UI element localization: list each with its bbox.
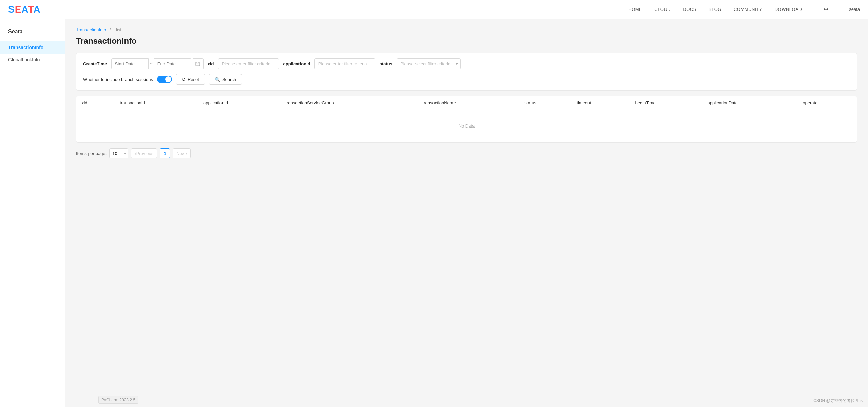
col-begintime: beginTime <box>630 96 702 110</box>
col-transactionname: transactionName <box>417 96 519 110</box>
items-per-page-select-wrap: 10 20 50 100 ▾ <box>109 148 128 158</box>
layout: Seata TransactionInfo GlobalLockInfo Tra… <box>0 19 868 407</box>
col-operate: operate <box>797 96 857 110</box>
page-1-button[interactable]: 1 <box>160 148 170 158</box>
sidebar: Seata TransactionInfo GlobalLockInfo <box>0 19 65 407</box>
applicationid-input[interactable] <box>314 58 375 69</box>
branch-sessions-label: Whether to include branch sessions <box>83 77 153 82</box>
pagination: Items per page: 10 20 50 100 ▾ ‹ Previou… <box>76 148 857 158</box>
calendar-icon[interactable] <box>193 58 204 69</box>
nav-links: HOME CLOUD DOCS BLOG COMMUNITY DOWNLOAD … <box>628 5 860 14</box>
date-range-group: ~ <box>111 58 204 69</box>
status-select-wrap: Please select filter criteria ▾ <box>397 58 461 69</box>
breadcrumb-current: list <box>116 27 121 32</box>
pycharm-label: PyCharm 2023.2.5 <box>98 396 138 404</box>
sidebar-brand: Seata <box>0 24 65 41</box>
end-date-input[interactable] <box>154 58 191 69</box>
reset-button[interactable]: ↺ Reset <box>176 74 205 85</box>
items-per-page-label: Items per page: <box>76 151 107 156</box>
col-timeout: timeout <box>571 96 630 110</box>
lang-button[interactable]: 中 <box>821 5 831 14</box>
previous-button[interactable]: ‹ Previous <box>131 148 157 158</box>
status-select[interactable]: Please select filter criteria <box>397 58 461 69</box>
breadcrumb: TransactionInfo / list <box>76 27 857 32</box>
breadcrumb-separator: / <box>110 27 111 32</box>
nav-download[interactable]: DOWNLOAD <box>775 7 802 12</box>
table-body: No Data <box>76 110 857 142</box>
applicationid-label: applicationId <box>283 61 310 66</box>
table-header-row: xid transactionId applicationId transact… <box>76 96 857 110</box>
nav-blog[interactable]: BLOG <box>709 7 721 12</box>
col-applicationdata: applicationData <box>702 96 797 110</box>
top-nav: SEATA HOME CLOUD DOCS BLOG COMMUNITY DOW… <box>0 0 868 19</box>
transaction-table: xid transactionId applicationId transact… <box>76 96 857 142</box>
col-applicationid: applicationId <box>198 96 280 110</box>
no-data-cell: No Data <box>76 110 857 142</box>
branch-sessions-toggle[interactable] <box>157 76 172 83</box>
col-status: status <box>519 96 571 110</box>
breadcrumb-parent[interactable]: TransactionInfo <box>76 27 106 32</box>
toggle-row: Whether to include branch sessions ↺ Res… <box>83 74 850 85</box>
page-title: TransactionInfo <box>76 36 857 46</box>
table-container: xid transactionId applicationId transact… <box>76 96 857 143</box>
user-label: seata <box>849 7 860 12</box>
col-transactionservicegroup: transactionServiceGroup <box>280 96 417 110</box>
no-data-row: No Data <box>76 110 857 142</box>
csdn-label: CSDN @寻找奔的考拉Plus <box>813 398 863 404</box>
search-icon: 🔍 <box>215 77 220 82</box>
svg-rect-0 <box>196 62 200 66</box>
sidebar-item-globallockinfo[interactable]: GlobalLockInfo <box>0 54 65 66</box>
nav-community[interactable]: COMMUNITY <box>734 7 763 12</box>
status-label: status <box>380 61 392 66</box>
reset-label: Reset <box>188 77 199 82</box>
col-xid: xid <box>76 96 114 110</box>
items-per-page-select[interactable]: 10 20 50 100 <box>109 148 128 158</box>
reset-icon: ↺ <box>182 77 186 82</box>
previous-label: Previous <box>136 151 154 156</box>
nav-docs[interactable]: DOCS <box>683 7 696 12</box>
xid-input[interactable] <box>218 58 279 69</box>
date-separator: ~ <box>150 61 153 66</box>
chevron-right-icon: › <box>186 151 187 156</box>
filter-row: CreateTime ~ xid <box>83 58 850 69</box>
search-button[interactable]: 🔍 Search <box>209 74 242 85</box>
start-date-input[interactable] <box>111 58 149 69</box>
col-transactionid: transactionId <box>114 96 198 110</box>
createtime-label: CreateTime <box>83 61 107 66</box>
sidebar-item-transactioninfo[interactable]: TransactionInfo <box>0 41 65 54</box>
xid-label: xid <box>208 61 214 66</box>
next-label: Next <box>176 151 186 156</box>
nav-home[interactable]: HOME <box>628 7 642 12</box>
filter-bar: CreateTime ~ xid <box>76 53 857 91</box>
nav-cloud[interactable]: CLOUD <box>654 7 671 12</box>
next-button[interactable]: Next › <box>173 148 191 158</box>
table-header: xid transactionId applicationId transact… <box>76 96 857 110</box>
main-content: TransactionInfo / list TransactionInfo C… <box>65 19 868 407</box>
search-label: Search <box>222 77 236 82</box>
toggle-knob <box>165 76 171 82</box>
logo: SEATA <box>8 4 41 15</box>
